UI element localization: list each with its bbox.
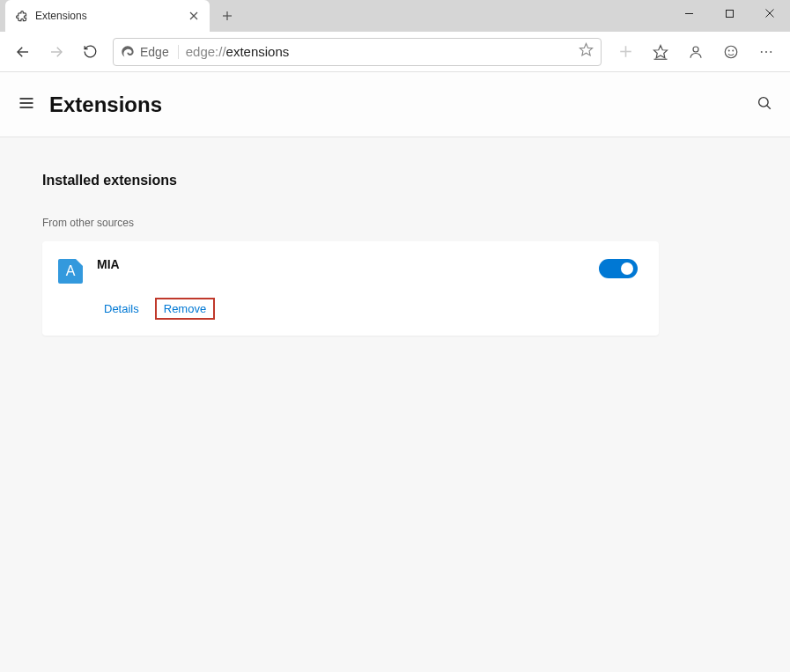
svg-point-19 <box>733 50 734 51</box>
browser-toolbar: Edge edge://extensions <box>0 32 790 72</box>
section-title: Installed extensions <box>42 173 748 188</box>
page-title: Extensions <box>49 92 742 117</box>
maximize-button[interactable] <box>709 0 749 26</box>
svg-point-22 <box>770 51 772 53</box>
svg-line-27 <box>767 105 771 108</box>
enable-toggle[interactable] <box>599 259 638 278</box>
site-identity: Edge <box>121 45 179 59</box>
favorite-star-icon[interactable] <box>579 42 594 61</box>
search-icon[interactable] <box>757 95 772 114</box>
hamburger-menu-icon[interactable] <box>18 94 35 115</box>
extension-actions: Details Remove <box>97 298 585 320</box>
extension-icon: A <box>58 259 83 284</box>
svg-point-26 <box>759 97 769 107</box>
svg-point-17 <box>725 46 737 58</box>
close-tab-button[interactable] <box>187 9 201 23</box>
svg-point-20 <box>761 51 763 53</box>
window-controls <box>668 0 790 28</box>
refresh-button[interactable] <box>74 36 106 68</box>
details-link[interactable]: Details <box>97 299 146 319</box>
subsection-label: From other sources <box>42 217 748 229</box>
extension-body: MIA Details Remove <box>97 257 585 320</box>
address-bar[interactable]: Edge edge://extensions <box>113 38 602 66</box>
remove-link[interactable]: Remove <box>155 298 215 320</box>
svg-marker-13 <box>654 45 668 57</box>
back-button[interactable] <box>7 36 39 68</box>
browser-tab[interactable]: Extensions <box>5 0 210 32</box>
new-tab-button[interactable] <box>215 4 240 28</box>
add-icon[interactable] <box>609 36 642 68</box>
extension-puzzle-icon <box>14 9 28 23</box>
content-area: Installed extensions From other sources … <box>0 137 790 371</box>
svg-point-21 <box>765 51 767 53</box>
extension-card: A MIA Details Remove <box>42 241 659 336</box>
tab-title: Extensions <box>35 10 180 22</box>
toolbar-right <box>609 36 783 68</box>
profile-icon[interactable] <box>679 36 712 68</box>
extension-name: MIA <box>97 257 585 271</box>
site-identity-label: Edge <box>140 45 169 59</box>
svg-rect-5 <box>726 10 733 17</box>
page-content: Extensions Installed extensions From oth… <box>0 72 790 672</box>
more-icon[interactable] <box>749 36 783 68</box>
svg-marker-10 <box>580 43 592 55</box>
favorites-icon[interactable] <box>644 36 677 68</box>
smiley-icon[interactable] <box>714 36 748 68</box>
forward-button[interactable] <box>41 36 72 68</box>
svg-point-16 <box>693 47 698 52</box>
page-header: Extensions <box>0 72 790 137</box>
close-window-button[interactable] <box>749 0 790 26</box>
minimize-button[interactable] <box>668 0 709 26</box>
svg-point-18 <box>728 50 729 51</box>
titlebar: Extensions <box>0 0 790 32</box>
url-text: edge://extensions <box>186 44 572 59</box>
